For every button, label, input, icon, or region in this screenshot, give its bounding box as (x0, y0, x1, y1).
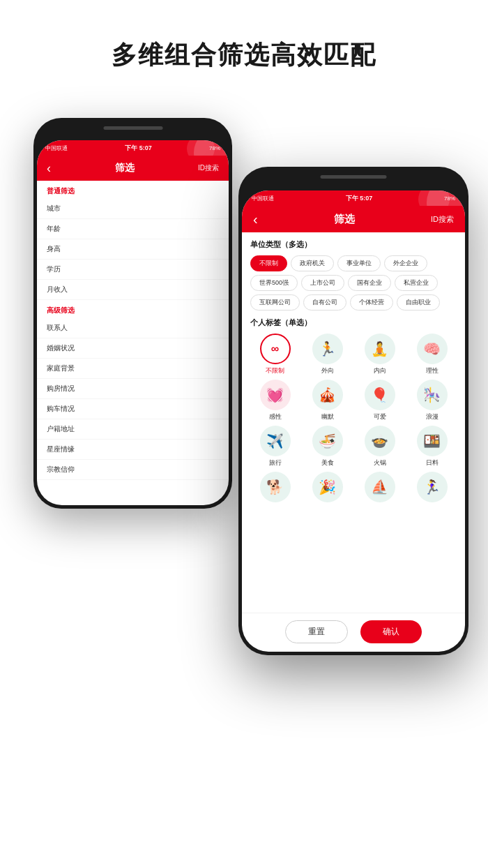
tag-private[interactable]: 私营企业 (395, 275, 438, 291)
back-menu-item-income[interactable]: 月收入 (37, 280, 229, 300)
back-status-bar: 中国联通 下午 5:07 78% (37, 140, 229, 156)
back-back-btn[interactable]: ‹ (47, 162, 51, 174)
tag-icon-hotpot[interactable]: 🍲 火锅 (355, 426, 404, 467)
rational-label: 理性 (426, 366, 439, 375)
travel-icon-circle: ✈️ (260, 426, 291, 456)
tag-fortune500[interactable]: 世界500强 (250, 275, 298, 291)
back-menu-item-car[interactable]: 购车情况 (37, 399, 229, 419)
tag-icon-pet[interactable]: 🐕 (250, 472, 300, 504)
back-menu-item-huji[interactable]: 户籍地址 (37, 419, 229, 440)
back-id-search[interactable]: ID搜索 (198, 163, 219, 173)
phones-container: 中国联通 下午 5:07 78% ‹ 筛选 ID搜索 普通筛选 城市 年龄 身高… (0, 97, 488, 767)
back-menu-item-edu[interactable]: 学历 (37, 260, 229, 280)
food-label: 美食 (321, 458, 334, 467)
back-menu-item-marriage[interactable]: 婚姻状况 (37, 338, 229, 359)
food-icon-circle: 🍜 (312, 426, 343, 456)
outgoing-icon-circle: 🏃 (312, 334, 343, 364)
tag-state[interactable]: 国有企业 (348, 275, 391, 291)
tag-icon-unlimited[interactable]: ∞ 不限制 (250, 334, 300, 375)
tag-icon-introverted[interactable]: 🧘 内向 (355, 334, 404, 375)
phone-front: 中国联通 下午 5:07 78% ‹ 筛选 ID搜索 单位类型（多选） 不限制 … (238, 167, 468, 655)
unit-type-title: 单位类型（多选） (250, 239, 457, 250)
back-menu-item-zodiac[interactable]: 星座情缘 (37, 440, 229, 460)
reset-button[interactable]: 重置 (285, 620, 348, 643)
tag-icon-humor[interactable]: 🎪 幽默 (303, 380, 352, 421)
tag-icon-food[interactable]: 🍜 美食 (303, 426, 352, 467)
introverted-icon-circle: 🧘 (365, 334, 395, 364)
unlimited-icon-circle: ∞ (260, 334, 291, 364)
pet-icon-circle: 🐕 (260, 472, 291, 502)
front-status-bar: 中国联通 下午 5:07 78% (242, 190, 465, 206)
tag-icon-outgoing[interactable]: 🏃 外向 (303, 334, 352, 375)
tag-foreign[interactable]: 外企企业 (384, 255, 427, 271)
tag-icon-japanese[interactable]: 🍱 日料 (407, 426, 457, 467)
tag-icon-emotional[interactable]: 💓 感性 (250, 380, 300, 421)
humor-label: 幽默 (321, 412, 334, 421)
tag-government[interactable]: 政府机关 (291, 255, 334, 271)
tag-icon-cute[interactable]: 🎈 可爱 (355, 380, 404, 421)
tag-freelance[interactable]: 自由职业 (397, 294, 440, 310)
front-content: 单位类型（多选） 不限制 政府机关 事业单位 外企企业 世界500强 上市公司 … (242, 232, 465, 613)
back-menu-item-contact[interactable]: 联系人 (37, 318, 229, 338)
tag-internet[interactable]: 互联网公司 (250, 294, 300, 310)
tag-icon-party[interactable]: 🎉 (303, 472, 352, 504)
cute-icon-circle: 🎈 (365, 380, 395, 410)
back-section-label-2: 高级筛选 (37, 300, 229, 318)
party-icon-circle: 🎉 (312, 472, 343, 502)
front-phone-notch (321, 175, 387, 179)
tag-listed[interactable]: 上市公司 (301, 275, 344, 291)
travel-label: 旅行 (269, 458, 282, 467)
back-section-label-1: 普通筛选 (37, 181, 229, 199)
unlimited-label: 不限制 (266, 366, 284, 375)
hotpot-label: 火锅 (374, 458, 386, 467)
page-title: 多维组合筛选高效匹配 (0, 0, 488, 97)
front-phone-screen: 中国联通 下午 5:07 78% ‹ 筛选 ID搜索 单位类型（多选） 不限制 … (242, 190, 465, 652)
back-menu-item-religion[interactable]: 宗教信仰 (37, 460, 229, 480)
front-title: 筛选 (334, 213, 355, 226)
tag-icon-sailing[interactable]: ⛵ (355, 472, 404, 504)
tag-icon-travel[interactable]: ✈️ 旅行 (250, 426, 300, 467)
sailing-icon-circle: ⛵ (365, 472, 395, 502)
front-back-btn[interactable]: ‹ (253, 212, 258, 226)
back-menu-item-house[interactable]: 购房情况 (37, 379, 229, 399)
romantic-icon-circle: 🎠 (417, 380, 448, 410)
personal-tags-title: 个人标签（单选） (250, 317, 457, 328)
hotpot-icon-circle: 🍲 (365, 426, 395, 456)
back-time: 下午 5:07 (125, 144, 152, 153)
back-phone-notch (103, 126, 162, 130)
front-carrier: 中国联通 (252, 195, 274, 202)
japanese-icon-circle: 🍱 (417, 426, 448, 456)
cute-label: 可爱 (374, 412, 386, 421)
tag-institution[interactable]: 事业单位 (337, 255, 381, 271)
back-menu-item-height[interactable]: 身高 (37, 239, 229, 260)
back-header: ‹ 筛选 ID搜索 (37, 156, 229, 181)
front-header: ‹ 筛选 ID搜索 (242, 206, 465, 232)
front-id-search[interactable]: ID搜索 (431, 214, 454, 225)
emotional-label: 感性 (269, 412, 282, 421)
back-screen-content: 普通筛选 城市 年龄 身高 学历 月收入 高级筛选 联系人 婚姻状况 家庭背景 … (37, 181, 229, 480)
bottom-buttons: 重置 确认 (242, 613, 465, 652)
tag-self-employed[interactable]: 个体经营 (350, 294, 393, 310)
tag-icon-rational[interactable]: 🧠 理性 (407, 334, 457, 375)
outgoing-label: 外向 (321, 366, 334, 375)
running-icon-circle: 🏃‍♀️ (417, 472, 448, 502)
romantic-label: 浪漫 (426, 412, 439, 421)
tag-icon-romantic[interactable]: 🎠 浪漫 (407, 380, 457, 421)
introverted-label: 内向 (374, 366, 386, 375)
back-carrier: 中国联通 (45, 144, 68, 152)
confirm-button[interactable]: 确认 (360, 620, 422, 643)
rational-icon-circle: 🧠 (417, 334, 448, 364)
unit-type-tags: 不限制 政府机关 事业单位 外企企业 世界500强 上市公司 国有企业 私营企业… (250, 255, 457, 310)
back-menu-item-age[interactable]: 年龄 (37, 219, 229, 239)
personal-tags-grid: ∞ 不限制 🏃 外向 🧘 内向 🧠 理性 (250, 334, 457, 504)
tag-icon-running[interactable]: 🏃‍♀️ (407, 472, 457, 504)
back-phone-screen: 中国联通 下午 5:07 78% ‹ 筛选 ID搜索 普通筛选 城市 年龄 身高… (37, 140, 229, 505)
back-menu-item-city[interactable]: 城市 (37, 199, 229, 219)
tag-own-company[interactable]: 自有公司 (303, 294, 346, 310)
front-time: 下午 5:07 (346, 194, 373, 203)
back-title: 筛选 (115, 162, 135, 174)
tag-unlimited[interactable]: 不限制 (250, 255, 287, 271)
back-menu-item-family[interactable]: 家庭背景 (37, 359, 229, 379)
emotional-icon-circle: 💓 (260, 380, 291, 410)
humor-icon-circle: 🎪 (312, 380, 343, 410)
